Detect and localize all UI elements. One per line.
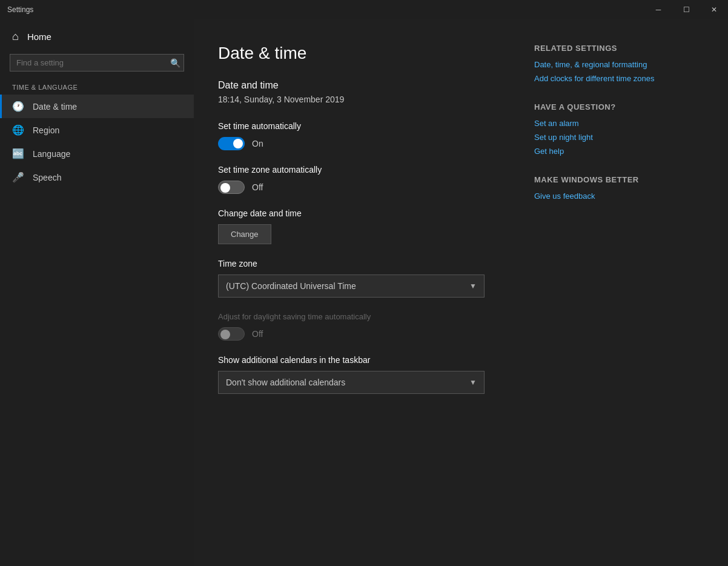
change-date-label: Change date and time bbox=[218, 208, 498, 218]
language-icon: 🔤 bbox=[12, 148, 24, 159]
region-icon: 🌐 bbox=[12, 124, 24, 136]
speech-icon: 🎤 bbox=[12, 171, 24, 183]
have-question-section: Have a question? Set an alarm Set up nig… bbox=[534, 102, 692, 156]
search-icon[interactable]: 🔍 bbox=[170, 58, 180, 68]
date-regional-link[interactable]: Date, time, & regional formatting bbox=[534, 60, 692, 69]
set-time-auto-toggle-row: On bbox=[218, 137, 498, 150]
set-timezone-auto-label: Set time zone automatically bbox=[218, 165, 498, 175]
timezone-group: Time zone (UTC) Coordinated Universal Ti… bbox=[218, 259, 498, 298]
content-sidebar: Related settings Date, time, & regional … bbox=[534, 44, 692, 542]
maximize-button[interactable]: ☐ bbox=[672, 0, 700, 19]
additional-cal-group: Show additional calendars in the taskbar… bbox=[218, 355, 498, 394]
content-area: Date & time Date and time 18:14, Sunday,… bbox=[194, 19, 728, 566]
set-timezone-auto-toggle-row: Off bbox=[218, 181, 498, 194]
make-better-section: Make Windows better Give us feedback bbox=[534, 175, 692, 201]
set-alarm-link[interactable]: Set an alarm bbox=[534, 119, 692, 128]
minimize-button[interactable]: ─ bbox=[644, 0, 672, 19]
set-timezone-auto-group: Set time zone automatically Off bbox=[218, 165, 498, 194]
titlebar: Settings ─ ☐ ✕ bbox=[0, 0, 728, 19]
add-clocks-link[interactable]: Add clocks for different time zones bbox=[534, 74, 692, 83]
daylight-toggle[interactable] bbox=[218, 327, 245, 341]
timezone-dropdown[interactable]: (UTC) Coordinated Universal Time ▼ bbox=[218, 275, 485, 298]
set-time-auto-toggle[interactable] bbox=[218, 137, 245, 150]
sidebar-section-title: Time & Language bbox=[0, 76, 194, 95]
window-controls: ─ ☐ ✕ bbox=[644, 0, 728, 19]
related-settings-title: Related settings bbox=[534, 44, 692, 53]
date-time-icon: 🕐 bbox=[12, 101, 24, 112]
feedback-link[interactable]: Give us feedback bbox=[534, 191, 692, 201]
set-timezone-auto-thumb bbox=[220, 183, 230, 193]
night-light-link[interactable]: Set up night light bbox=[534, 133, 692, 142]
home-label: Home bbox=[27, 32, 51, 42]
additional-cal-dropdown[interactable]: Don't show additional calendars ▼ bbox=[218, 371, 485, 394]
sidebar-item-label-region: Region bbox=[33, 125, 59, 135]
daylight-thumb bbox=[220, 330, 230, 339]
app-title: Settings bbox=[7, 5, 33, 14]
timezone-label: Time zone bbox=[218, 259, 498, 268]
app-body: ⌂ Home 🔍 Time & Language 🕐 Date & time 🌐… bbox=[0, 19, 728, 566]
additional-cal-dropdown-arrow: ▼ bbox=[469, 378, 477, 387]
sidebar-item-region[interactable]: 🌐 Region bbox=[0, 118, 194, 142]
set-time-auto-label: Set time automatically bbox=[218, 121, 498, 131]
daylight-state: Off bbox=[252, 329, 263, 339]
additional-cal-value: Don't show additional calendars bbox=[226, 378, 345, 387]
sidebar-item-label-language: Language bbox=[33, 149, 70, 159]
sidebar-item-label-date-time: Date & time bbox=[33, 102, 77, 112]
daylight-label: Adjust for daylight saving time automati… bbox=[218, 312, 498, 321]
home-icon: ⌂ bbox=[12, 30, 19, 43]
get-help-link[interactable]: Get help bbox=[534, 147, 692, 156]
home-nav-item[interactable]: ⌂ Home bbox=[0, 24, 194, 49]
content-main: Date & time Date and time 18:14, Sunday,… bbox=[218, 44, 498, 542]
set-timezone-auto-toggle[interactable] bbox=[218, 181, 245, 194]
page-title: Date & time bbox=[218, 44, 498, 63]
set-time-auto-thumb bbox=[233, 139, 243, 148]
change-date-group: Change date and time Change bbox=[218, 208, 498, 244]
additional-cal-label: Show additional calendars in the taskbar bbox=[218, 355, 498, 365]
set-timezone-auto-state: Off bbox=[252, 182, 263, 192]
search-box: 🔍 bbox=[10, 54, 184, 72]
change-button[interactable]: Change bbox=[218, 224, 271, 244]
search-input[interactable] bbox=[10, 54, 184, 72]
set-time-auto-state: On bbox=[252, 139, 263, 148]
sidebar-item-language[interactable]: 🔤 Language bbox=[0, 142, 194, 165]
sidebar-item-label-speech: Speech bbox=[33, 173, 61, 182]
sidebar-item-date-time[interactable]: 🕐 Date & time bbox=[0, 95, 194, 118]
related-settings-section: Related settings Date, time, & regional … bbox=[534, 44, 692, 83]
make-better-title: Make Windows better bbox=[534, 175, 692, 184]
timezone-value: (UTC) Coordinated Universal Time bbox=[226, 281, 356, 291]
daylight-group: Adjust for daylight saving time automati… bbox=[218, 312, 498, 341]
current-datetime: 18:14, Sunday, 3 November 2019 bbox=[218, 95, 498, 104]
timezone-dropdown-arrow: ▼ bbox=[469, 282, 477, 290]
sidebar: ⌂ Home 🔍 Time & Language 🕐 Date & time 🌐… bbox=[0, 19, 194, 566]
have-question-title: Have a question? bbox=[534, 102, 692, 112]
section-title: Date and time bbox=[218, 80, 498, 91]
set-time-auto-group: Set time automatically On bbox=[218, 121, 498, 150]
close-button[interactable]: ✕ bbox=[700, 0, 728, 19]
sidebar-item-speech[interactable]: 🎤 Speech bbox=[0, 165, 194, 189]
daylight-toggle-row: Off bbox=[218, 327, 498, 341]
